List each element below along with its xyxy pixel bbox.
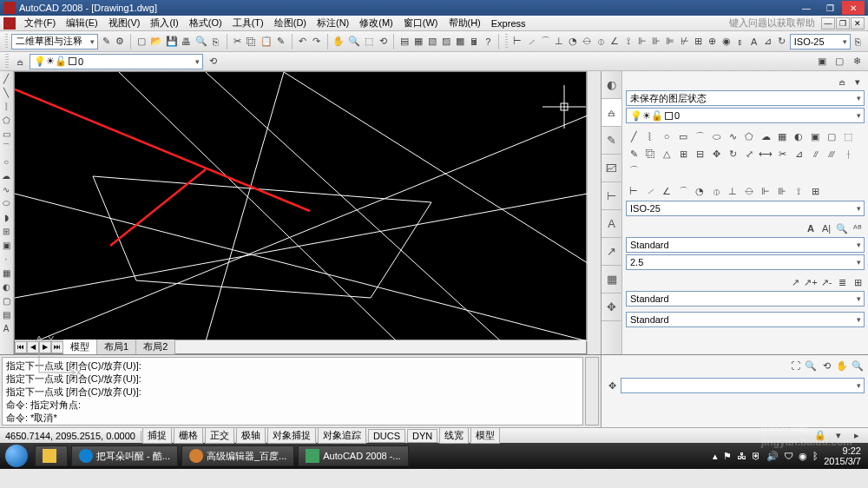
panel-2ddraw-tab[interactable]: ✎ — [602, 127, 621, 155]
pline-icon[interactable]: ⦚ — [642, 129, 658, 144]
mtext-icon[interactable]: A — [0, 321, 12, 335]
circle-icon[interactable]: ○ — [659, 129, 674, 144]
xline-icon[interactable]: ╲ — [0, 85, 12, 99]
doc-minimize[interactable]: — — [821, 17, 835, 30]
toggle-ducs[interactable]: DUCS — [368, 429, 405, 443]
trim-icon[interactable]: ✂ — [774, 146, 790, 162]
tab-first[interactable]: ⏮ — [15, 341, 27, 353]
dim-edit-icon[interactable]: A — [748, 34, 760, 49]
panel-layer-select[interactable]: 💡 ☀ 🔓 0 — [626, 108, 865, 123]
zoom-icon[interactable]: 🔍 — [347, 34, 361, 49]
block-icon[interactable]: ▣ — [0, 238, 12, 252]
rectangle-icon[interactable]: ▭ — [0, 127, 12, 141]
annoscale-icon[interactable]: 🔒 — [812, 428, 828, 444]
mleader-icon[interactable]: ↗ — [788, 275, 802, 289]
dim-angular-icon[interactable]: ∠ — [608, 34, 621, 49]
status-tray-icon[interactable]: ▸ — [849, 428, 865, 444]
dim-diameter-icon[interactable]: ⦶ — [708, 183, 724, 199]
menu-help[interactable]: 帮助(H) — [444, 16, 486, 30]
gradient-icon[interactable]: ◐ — [0, 280, 12, 293]
hatch-icon[interactable]: ▦ — [774, 129, 790, 144]
model-viewport[interactable]: Y X — [15, 72, 586, 340]
spell-icon[interactable]: ᴬᴮ — [851, 221, 865, 235]
doc-restore[interactable]: ❐ — [836, 17, 850, 30]
region-icon[interactable]: ▢ — [0, 293, 12, 307]
menu-dimension[interactable]: 标注(N) — [312, 16, 354, 30]
dim-break-icon[interactable]: ⊬ — [679, 34, 691, 49]
menu-insert[interactable]: 插入(I) — [145, 16, 183, 30]
nav-compass-icon[interactable]: ✥ — [605, 379, 619, 392]
task-autocad[interactable]: AutoCAD 2008 -... — [298, 445, 408, 466]
mleader-add-icon[interactable]: ↗+ — [804, 275, 818, 289]
dim-update-icon[interactable]: ↻ — [776, 34, 788, 49]
menu-format[interactable]: 格式(O) — [184, 16, 227, 30]
coordinates[interactable]: 4650.7144, 2095.2515, 0.0000 — [0, 431, 141, 441]
dim-ordinate-icon[interactable]: ⊥ — [725, 183, 740, 199]
mleader-collect-icon[interactable]: ⊞ — [851, 275, 865, 289]
offset-icon[interactable]: ⊞ — [675, 146, 691, 162]
dim-angular-icon[interactable]: ∠ — [659, 183, 674, 199]
array-icon[interactable]: ⊟ — [692, 146, 707, 162]
help-icon[interactable]: ? — [482, 34, 494, 49]
zoom-window-icon[interactable]: 🔍 — [804, 359, 818, 373]
menu-express[interactable]: Express — [486, 17, 531, 30]
menu-edit[interactable]: 编辑(E) — [61, 16, 103, 30]
nav-view-select[interactable] — [621, 378, 865, 393]
workspace-gear-icon[interactable]: ⚙ — [114, 34, 126, 49]
layer-state-select[interactable]: 未保存的图层状态 — [626, 90, 865, 106]
dim-ordinate-icon[interactable]: ⊥ — [553, 34, 565, 49]
circle-icon[interactable]: ○ — [0, 155, 12, 168]
rotate-icon[interactable]: ↻ — [725, 146, 740, 162]
extend-icon[interactable]: ⊿ — [791, 146, 806, 162]
zoom-prev-icon[interactable]: ⟲ — [377, 34, 389, 49]
revcloud-icon[interactable]: ☁ — [0, 168, 12, 182]
save-icon[interactable]: 💾 — [165, 34, 179, 49]
menu-view[interactable]: 视图(V) — [103, 16, 146, 30]
line-icon[interactable]: ╱ — [626, 129, 641, 144]
pline-icon[interactable]: ⦚ — [0, 99, 12, 113]
pan-icon[interactable]: ✋ — [332, 34, 345, 49]
zoom-prev-icon[interactable]: ⟲ — [819, 359, 833, 373]
layer-freeze-icon[interactable]: ❄ — [849, 54, 865, 69]
arc-icon[interactable]: ⌒ — [692, 129, 707, 144]
arc-icon[interactable]: ⌒ — [0, 141, 12, 155]
toggle-dyn[interactable]: DYN — [407, 429, 437, 443]
new-icon[interactable]: ▢ — [135, 34, 148, 49]
clock[interactable]: 9:22 2015/3/7 — [824, 445, 861, 466]
join-icon[interactable]: ⫻ — [824, 146, 839, 162]
help-search[interactable]: 键入问题以获取帮助 — [729, 16, 820, 30]
close-button[interactable]: ✕ — [842, 1, 865, 15]
open-icon[interactable]: 📂 — [149, 34, 163, 49]
dim-baseline-icon[interactable]: ⊩ — [636, 34, 648, 49]
dim-diameter-icon[interactable]: ⦶ — [595, 34, 607, 49]
hatch-icon[interactable]: ▦ — [0, 266, 12, 280]
spline-icon[interactable]: ∿ — [0, 182, 12, 196]
dtext-icon[interactable]: A| — [819, 221, 833, 235]
ellipse-icon[interactable]: ⬭ — [708, 129, 724, 144]
tray-network-icon[interactable]: 🖧 — [737, 451, 746, 461]
tray-volume-icon[interactable]: 🔊 — [766, 451, 779, 462]
toggle-otrack[interactable]: 对象追踪 — [318, 427, 366, 444]
mtext-icon[interactable]: A — [804, 221, 818, 235]
panel-annotate-tab[interactable]: 🗠 — [602, 155, 621, 182]
paste-icon[interactable]: 📋 — [260, 34, 273, 49]
jogged-linear-icon[interactable]: ⫾ — [734, 34, 746, 49]
dashboard-collapse[interactable]: ◐ — [602, 71, 621, 99]
polygon-icon[interactable]: ⬠ — [0, 113, 12, 127]
vertical-scrollbar[interactable] — [587, 71, 601, 354]
panel-dim-tab[interactable]: ⊢ — [602, 182, 621, 210]
menu-modify[interactable]: 修改(M) — [354, 16, 398, 30]
break-icon[interactable]: ⫽ — [807, 146, 823, 162]
toggle-polar[interactable]: 极轴 — [236, 427, 266, 444]
dim-radius-icon[interactable]: ◔ — [692, 183, 707, 199]
dim-radius-icon[interactable]: ◔ — [567, 34, 579, 49]
dim-linear-icon[interactable]: ⊢ — [626, 183, 641, 199]
tray-shield-icon[interactable]: 🛡 — [784, 451, 793, 461]
dim-jogged-icon[interactable]: ⦵ — [581, 34, 593, 49]
zoom-window-icon[interactable]: ⬚ — [363, 34, 375, 49]
dimstyle-panel-select[interactable]: ISO-25 — [626, 201, 865, 216]
stretch-icon[interactable]: ⟷ — [758, 146, 773, 162]
tool-palette-icon[interactable]: ▧ — [426, 34, 438, 49]
tab-layout1[interactable]: 布局1 — [97, 340, 136, 354]
toggle-snap[interactable]: 捕捉 — [142, 427, 172, 444]
